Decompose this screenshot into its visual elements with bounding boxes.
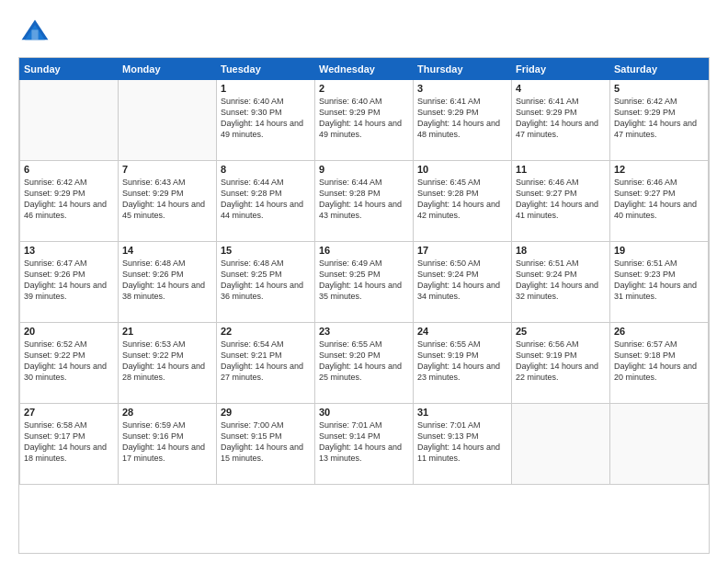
day-number: 17	[417, 245, 507, 256]
day-number: 16	[319, 245, 409, 256]
day-number: 3	[417, 83, 507, 94]
calendar-cell: 28Sunrise: 6:59 AM Sunset: 9:16 PM Dayli…	[119, 404, 217, 485]
calendar-cell	[20, 80, 119, 161]
day-info: Sunrise: 6:54 AM Sunset: 9:21 PM Dayligh…	[221, 339, 311, 384]
day-info: Sunrise: 6:58 AM Sunset: 9:17 PM Dayligh…	[24, 419, 114, 465]
calendar-cell: 11Sunrise: 6:46 AM Sunset: 9:27 PM Dayli…	[512, 161, 610, 242]
weekday-monday: Monday	[119, 59, 217, 80]
day-info: Sunrise: 6:52 AM Sunset: 9:22 PM Dayligh…	[24, 339, 114, 384]
day-info: Sunrise: 6:40 AM Sunset: 9:30 PM Dayligh…	[221, 96, 311, 141]
weekday-wednesday: Wednesday	[315, 59, 414, 80]
day-info: Sunrise: 6:46 AM Sunset: 9:27 PM Dayligh…	[516, 177, 606, 222]
day-number: 23	[319, 326, 409, 337]
day-info: Sunrise: 6:44 AM Sunset: 9:28 PM Dayligh…	[221, 177, 311, 222]
calendar-cell: 2Sunrise: 6:40 AM Sunset: 9:29 PM Daylig…	[315, 80, 414, 161]
day-number: 7	[122, 164, 212, 175]
day-number: 21	[122, 326, 212, 337]
day-number: 30	[319, 407, 409, 418]
calendar-cell: 5Sunrise: 6:42 AM Sunset: 9:29 PM Daylig…	[610, 80, 709, 161]
svg-rect-2	[31, 29, 38, 40]
day-number: 28	[122, 407, 212, 418]
day-info: Sunrise: 6:51 AM Sunset: 9:23 PM Dayligh…	[614, 258, 704, 303]
day-number: 25	[516, 326, 606, 337]
calendar-cell: 17Sunrise: 6:50 AM Sunset: 9:24 PM Dayli…	[414, 242, 512, 323]
day-info: Sunrise: 6:41 AM Sunset: 9:29 PM Dayligh…	[516, 96, 606, 141]
calendar-cell: 15Sunrise: 6:48 AM Sunset: 9:25 PM Dayli…	[217, 242, 315, 323]
calendar-cell: 10Sunrise: 6:45 AM Sunset: 9:28 PM Dayli…	[414, 161, 512, 242]
day-info: Sunrise: 6:48 AM Sunset: 9:25 PM Dayligh…	[221, 258, 311, 303]
day-info: Sunrise: 6:41 AM Sunset: 9:29 PM Dayligh…	[417, 96, 507, 141]
calendar-cell: 30Sunrise: 7:01 AM Sunset: 9:14 PM Dayli…	[315, 404, 414, 485]
day-number: 1	[221, 83, 311, 94]
weekday-tuesday: Tuesday	[217, 59, 315, 80]
day-number: 5	[614, 83, 704, 94]
day-info: Sunrise: 6:51 AM Sunset: 9:24 PM Dayligh…	[516, 258, 606, 303]
day-number: 6	[24, 164, 114, 175]
calendar-cell: 9Sunrise: 6:44 AM Sunset: 9:28 PM Daylig…	[315, 161, 414, 242]
day-info: Sunrise: 6:55 AM Sunset: 9:19 PM Dayligh…	[417, 339, 507, 384]
logo-icon	[18, 17, 51, 50]
calendar-cell: 27Sunrise: 6:58 AM Sunset: 9:17 PM Dayli…	[20, 404, 119, 485]
day-info: Sunrise: 6:47 AM Sunset: 9:26 PM Dayligh…	[24, 258, 114, 303]
week-row-5: 27Sunrise: 6:58 AM Sunset: 9:17 PM Dayli…	[20, 404, 709, 485]
calendar-cell: 16Sunrise: 6:49 AM Sunset: 9:25 PM Dayli…	[315, 242, 414, 323]
day-number: 11	[516, 164, 606, 175]
page: SundayMondayTuesdayWednesdayThursdayFrid…	[0, 0, 728, 563]
calendar-cell: 26Sunrise: 6:57 AM Sunset: 9:18 PM Dayli…	[610, 323, 709, 404]
calendar-cell: 25Sunrise: 6:56 AM Sunset: 9:19 PM Dayli…	[512, 323, 610, 404]
day-number: 14	[122, 245, 212, 256]
calendar-cell	[512, 404, 610, 485]
day-info: Sunrise: 6:48 AM Sunset: 9:26 PM Dayligh…	[122, 258, 212, 303]
calendar-cell: 19Sunrise: 6:51 AM Sunset: 9:23 PM Dayli…	[610, 242, 709, 323]
weekday-header-row: SundayMondayTuesdayWednesdayThursdayFrid…	[20, 59, 709, 80]
calendar-cell: 29Sunrise: 7:00 AM Sunset: 9:15 PM Dayli…	[217, 404, 315, 485]
day-number: 19	[614, 245, 704, 256]
day-number: 8	[221, 164, 311, 175]
day-info: Sunrise: 7:00 AM Sunset: 9:15 PM Dayligh…	[221, 419, 311, 465]
calendar-cell: 13Sunrise: 6:47 AM Sunset: 9:26 PM Dayli…	[20, 242, 119, 323]
day-info: Sunrise: 7:01 AM Sunset: 9:14 PM Dayligh…	[319, 419, 409, 465]
day-number: 10	[417, 164, 507, 175]
day-number: 27	[24, 407, 114, 418]
week-row-4: 20Sunrise: 6:52 AM Sunset: 9:22 PM Dayli…	[20, 323, 709, 404]
day-number: 12	[614, 164, 704, 175]
calendar-cell: 18Sunrise: 6:51 AM Sunset: 9:24 PM Dayli…	[512, 242, 610, 323]
day-info: Sunrise: 6:44 AM Sunset: 9:28 PM Dayligh…	[319, 177, 409, 222]
day-info: Sunrise: 6:49 AM Sunset: 9:25 PM Dayligh…	[319, 258, 409, 303]
day-info: Sunrise: 6:59 AM Sunset: 9:16 PM Dayligh…	[122, 419, 212, 465]
day-info: Sunrise: 6:57 AM Sunset: 9:18 PM Dayligh…	[614, 339, 704, 384]
week-row-1: 1Sunrise: 6:40 AM Sunset: 9:30 PM Daylig…	[20, 80, 709, 161]
day-info: Sunrise: 6:55 AM Sunset: 9:20 PM Dayligh…	[319, 339, 409, 384]
day-number: 22	[221, 326, 311, 337]
calendar-cell: 8Sunrise: 6:44 AM Sunset: 9:28 PM Daylig…	[217, 161, 315, 242]
calendar-cell: 3Sunrise: 6:41 AM Sunset: 9:29 PM Daylig…	[414, 80, 512, 161]
day-number: 29	[221, 407, 311, 418]
weekday-friday: Friday	[512, 59, 610, 80]
day-number: 26	[614, 326, 704, 337]
calendar-cell: 21Sunrise: 6:53 AM Sunset: 9:22 PM Dayli…	[119, 323, 217, 404]
day-number: 24	[417, 326, 507, 337]
week-row-2: 6Sunrise: 6:42 AM Sunset: 9:29 PM Daylig…	[20, 161, 709, 242]
day-number: 20	[24, 326, 114, 337]
day-info: Sunrise: 6:46 AM Sunset: 9:27 PM Dayligh…	[614, 177, 704, 222]
weekday-thursday: Thursday	[414, 59, 512, 80]
day-info: Sunrise: 6:50 AM Sunset: 9:24 PM Dayligh…	[417, 258, 507, 303]
day-info: Sunrise: 6:40 AM Sunset: 9:29 PM Dayligh…	[319, 96, 409, 141]
day-number: 4	[516, 83, 606, 94]
calendar-cell: 7Sunrise: 6:43 AM Sunset: 9:29 PM Daylig…	[119, 161, 217, 242]
calendar: SundayMondayTuesdayWednesdayThursdayFrid…	[18, 57, 710, 554]
calendar-cell	[119, 80, 217, 161]
calendar-cell: 6Sunrise: 6:42 AM Sunset: 9:29 PM Daylig…	[20, 161, 119, 242]
calendar-cell: 12Sunrise: 6:46 AM Sunset: 9:27 PM Dayli…	[610, 161, 709, 242]
day-number: 13	[24, 245, 114, 256]
day-number: 18	[516, 245, 606, 256]
calendar-cell: 14Sunrise: 6:48 AM Sunset: 9:26 PM Dayli…	[119, 242, 217, 323]
logo	[18, 17, 57, 50]
calendar-cell: 24Sunrise: 6:55 AM Sunset: 9:19 PM Dayli…	[414, 323, 512, 404]
day-number: 9	[319, 164, 409, 175]
week-row-3: 13Sunrise: 6:47 AM Sunset: 9:26 PM Dayli…	[20, 242, 709, 323]
weekday-saturday: Saturday	[610, 59, 709, 80]
day-info: Sunrise: 6:42 AM Sunset: 9:29 PM Dayligh…	[614, 96, 704, 141]
day-number: 2	[319, 83, 409, 94]
day-number: 15	[221, 245, 311, 256]
